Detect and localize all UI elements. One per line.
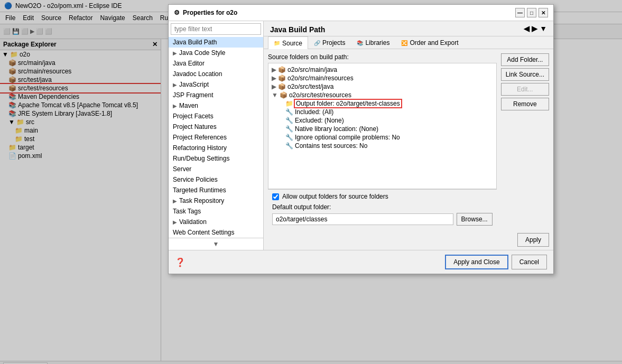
output-folder-label: Default output folder: [272, 203, 493, 211]
output-folder-icon: 📁 [285, 100, 293, 107]
native-icon: 🔧 [285, 125, 293, 133]
dialog-body: Java Build Path ▶ Java Code Style Java E… [169, 21, 553, 250]
default-output-input[interactable] [272, 213, 453, 225]
browse-button[interactable]: Browse... [457, 213, 493, 226]
nav-label: Project Natures [173, 123, 217, 130]
content-title: Java Build Path ◀ ▶ ▼ [264, 21, 553, 36]
nav-item-refactoring-history[interactable]: Refactoring History [169, 143, 263, 153]
nav-label: Javadoc Location [173, 70, 222, 78]
dialog-close-button[interactable]: ✕ [539, 8, 548, 17]
nav-label: Java Code Style [179, 49, 225, 57]
remove-button[interactable]: Remove [501, 98, 549, 110]
tab-libraries[interactable]: 📚 Libraries [351, 36, 395, 49]
nav-label: Project Facets [173, 113, 213, 120]
nav-item-maven[interactable]: ▶ Maven [169, 100, 263, 111]
nav-item-javadoc-location[interactable]: Javadoc Location [169, 69, 263, 79]
dialog-titlebar: ⚙ Properties for o2o — □ ✕ [169, 5, 553, 21]
side-buttons: Add Folder... Link Source... Edit... Rem… [501, 53, 549, 229]
nav-label: Task Tags [173, 208, 201, 215]
nav-label: Project References [173, 134, 227, 141]
included-item[interactable]: 🔧 Included: (All) [271, 108, 494, 116]
source-folder-main-java[interactable]: ▶ 📦 o2o/src/main/java [271, 66, 494, 74]
nav-label: Server [173, 165, 191, 173]
nav-item-service-policies[interactable]: Service Policies [169, 174, 263, 185]
nav-back-icon[interactable]: ◀ [524, 24, 530, 33]
folder-icon: 📦 [278, 83, 286, 90]
nav-item-targeted-runtimes[interactable]: Targeted Runtimes [169, 185, 263, 195]
nav-scroll-down[interactable]: ▼ [169, 238, 263, 250]
dialog-minimize-button[interactable]: — [515, 8, 525, 17]
dialog-footer: ❓ Apply and Close Cancel [169, 250, 553, 274]
expand-icon: ▶ [173, 198, 177, 204]
filter-input[interactable] [171, 23, 261, 35]
dialog-maximize-button[interactable]: □ [527, 8, 536, 17]
nav-label: JSP Fragment [173, 91, 213, 99]
content-panel: Java Build Path ◀ ▶ ▼ 📁 Source 🔗 Project… [264, 21, 553, 250]
cancel-button[interactable]: Cancel [512, 255, 547, 269]
tab-order-export[interactable]: 🔀 Order and Export [395, 36, 464, 49]
nav-label: Web Content Settings [173, 229, 235, 236]
expand-arrow: ▶ [272, 66, 276, 73]
ignore-icon: 🔧 [285, 134, 293, 141]
nav-item-project-facets[interactable]: Project Facets [169, 111, 263, 122]
nav-label: Validation [179, 218, 207, 226]
output-folder-input-row: Browse... [272, 213, 493, 226]
nav-item-project-references[interactable]: Project References [169, 132, 263, 143]
tab-projects[interactable]: 🔗 Projects [308, 36, 351, 49]
dialog-icon: ⚙ [174, 9, 180, 16]
test-icon: 🔧 [285, 142, 293, 150]
add-folder-button[interactable]: Add Folder... [501, 53, 549, 66]
properties-dialog: ⚙ Properties for o2o — □ ✕ Java Build Pa… [168, 4, 554, 274]
expand-icon: ▶ [173, 219, 177, 225]
allow-output-folders-row: Allow output folders for source folders [272, 193, 493, 200]
nav-label: Run/Debug Settings [173, 155, 229, 162]
ignore-compile-item[interactable]: 🔧 Ignore optional compile problems: No [271, 133, 494, 142]
nav-item-task-repository[interactable]: ▶ Task Repository [169, 195, 263, 206]
source-folder-test-resources[interactable]: ▼ 📦 o2o/src/test/resources [271, 91, 494, 99]
nav-label: Maven [179, 102, 198, 109]
folder-icon: 📦 [278, 66, 286, 73]
order-tab-icon: 🔀 [401, 40, 407, 46]
native-library-item[interactable]: 🔧 Native library location: (None) [271, 125, 494, 133]
nav-dropdown-icon[interactable]: ▼ [540, 24, 547, 33]
expand-arrow: ▶ [272, 83, 276, 90]
tabs-bar: 📁 Source 🔗 Projects 📚 Libraries 🔀 Order … [264, 36, 553, 49]
source-folder-main-resources[interactable]: ▶ 📦 o2o/src/main/resources [271, 74, 494, 82]
nav-item-javascript[interactable]: ▶ JavaScript [169, 79, 263, 90]
nav-item-validation[interactable]: ▶ Validation [169, 217, 263, 227]
source-folder-test-java[interactable]: ▶ 📦 o2o/src/test/java [271, 82, 494, 91]
nav-item-java-build-path[interactable]: Java Build Path [169, 37, 263, 48]
nav-item-java-code-style[interactable]: ▶ Java Code Style [169, 48, 263, 58]
nav-item-task-tags[interactable]: Task Tags [169, 206, 263, 217]
expand-arrow: ▶ [272, 74, 276, 82]
dialog-title: Properties for o2o [183, 9, 237, 16]
nav-item-server[interactable]: Server [169, 164, 263, 174]
tab-source[interactable]: 📁 Source [268, 36, 308, 49]
excluded-icon: 🔧 [285, 117, 293, 124]
included-icon: 🔧 [285, 108, 293, 116]
nav-panel: Java Build Path ▶ Java Code Style Java E… [169, 21, 264, 250]
folder-icon: 📦 [280, 91, 287, 99]
nav-label: Java Editor [173, 60, 205, 67]
nav-forward-icon[interactable]: ▶ [532, 24, 537, 33]
footer-buttons: Apply and Close Cancel [445, 255, 547, 269]
folder-icon: 📦 [278, 74, 286, 82]
help-icon[interactable]: ❓ [175, 257, 185, 267]
nav-item-web-content-settings[interactable]: Web Content Settings [169, 227, 263, 238]
libraries-tab-icon: 📚 [357, 40, 363, 46]
link-source-button[interactable]: Link Source... [501, 68, 549, 81]
output-folder-item[interactable]: 📁 Output folder: o2o/target/test-classes [271, 99, 494, 108]
nav-item-jsp-fragment[interactable]: JSP Fragment [169, 90, 263, 100]
expand-arrow: ▼ [272, 91, 278, 99]
allow-output-checkbox[interactable] [272, 193, 279, 200]
apply-close-button[interactable]: Apply and Close [445, 255, 508, 269]
test-sources-item[interactable]: 🔧 Contains test sources: No [271, 142, 494, 150]
apply-button[interactable]: Apply [517, 233, 549, 247]
nav-item-project-natures[interactable]: Project Natures [169, 122, 263, 132]
expand-icon: ▶ [173, 82, 177, 88]
apply-row: Apply [264, 233, 553, 250]
excluded-item[interactable]: 🔧 Excluded: (None) [271, 116, 494, 125]
nav-item-run-debug-settings[interactable]: Run/Debug Settings [169, 153, 263, 164]
nav-item-java-editor[interactable]: Java Editor [169, 58, 263, 69]
edit-button[interactable]: Edit... [501, 83, 549, 96]
